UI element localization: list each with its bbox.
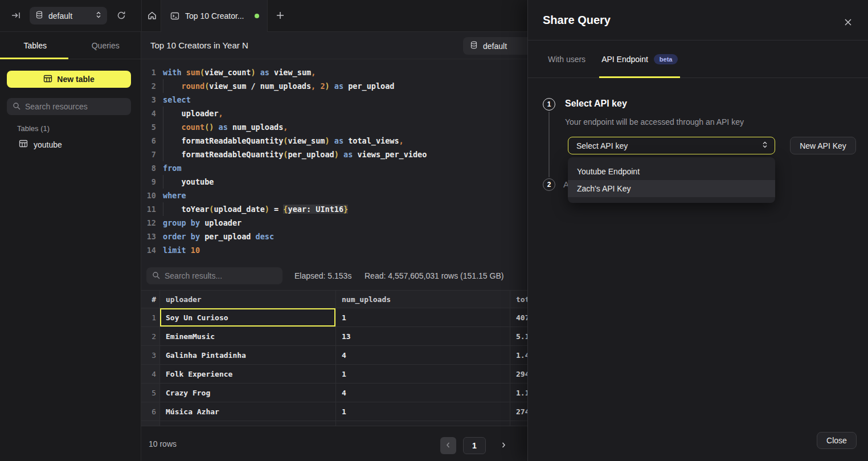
sidebar: Tables Queries New table Tables (1) yout… (0, 32, 141, 461)
search-results-input[interactable] (165, 271, 277, 280)
database-selector[interactable]: default (30, 7, 107, 25)
database-icon (35, 11, 43, 21)
new-table-label: New table (57, 75, 94, 84)
num-uploads-cell[interactable]: 1 (336, 365, 510, 383)
rows-read-stat: Read: 4,557,605,031 rows (151.15 GB) (365, 267, 503, 284)
close-icon (844, 18, 852, 28)
row-index-cell[interactable] (141, 421, 160, 426)
uploader-cell[interactable]: Folk Experience (160, 365, 336, 383)
close-button[interactable]: Close (817, 432, 857, 449)
topbar-separator (141, 0, 142, 32)
collapse-sidebar-button[interactable] (9, 9, 23, 23)
num-uploads-cell[interactable]: 1 (336, 308, 510, 327)
new-api-key-button[interactable]: New API Key (790, 137, 856, 154)
chevron-updown-icon (96, 11, 101, 21)
uploader-cell[interactable]: Crazy Frog (160, 384, 336, 402)
new-tab-button[interactable] (273, 9, 288, 23)
api-key-option[interactable]: Zach's API Key (568, 180, 775, 197)
new-table-button[interactable]: New table (7, 71, 131, 88)
sidebar-table-youtube[interactable]: youtube (19, 139, 62, 150)
search-resources-input[interactable] (25, 102, 125, 111)
api-key-option[interactable]: Youtube Endpoint (568, 163, 775, 180)
api-key-select-value: Select API key (576, 141, 762, 150)
api-endpoint-label: API Endpoint (601, 55, 648, 64)
search-icon (13, 102, 21, 112)
terminal-icon (170, 11, 179, 21)
editor-database-label: default (483, 42, 507, 51)
select-api-key-subtitle: Your endpoint will be accessed through a… (565, 117, 744, 127)
panel-title: Share Query (543, 14, 611, 27)
refresh-button[interactable] (114, 9, 129, 23)
uploader-cell[interactable] (160, 421, 336, 426)
row-count: 10 rows (149, 426, 177, 461)
uploader-cell[interactable]: Soy Un Curioso (160, 308, 336, 327)
num-uploads-cell[interactable]: 4 (336, 384, 510, 402)
chevron-right-icon (501, 442, 506, 450)
num-uploads-cell[interactable]: 13 (336, 327, 510, 345)
num-uploads-cell[interactable]: 4 (336, 346, 510, 364)
table-icon (19, 139, 28, 150)
api-key-menu: Youtube EndpointZach's API Key (568, 157, 775, 203)
tab-api-endpoint[interactable]: API Endpoint beta (601, 40, 678, 77)
row-index-cell[interactable]: 1 (141, 308, 160, 327)
database-icon (470, 41, 478, 51)
previous-page-button[interactable] (440, 437, 456, 454)
query-title: Top 10 Creators in Year N (150, 32, 248, 59)
column-header-uploader[interactable]: uploader (160, 291, 336, 308)
query-tab-label: Top 10 Creator... (185, 11, 244, 21)
step-1-indicator: 1 (543, 98, 555, 111)
row-index-cell[interactable]: 6 (141, 402, 160, 421)
uploader-cell[interactable]: EminemMusic (160, 327, 336, 345)
beta-badge: beta (654, 54, 678, 64)
num-uploads-cell[interactable]: 1 (336, 402, 510, 421)
tab-with-users[interactable]: With users (548, 40, 586, 77)
unsaved-indicator-dot (255, 14, 259, 18)
api-key-select[interactable]: Select API key (568, 137, 775, 154)
app: default Top 10 Creator... Tables Queries… (0, 0, 868, 461)
column-header-index[interactable]: # (141, 291, 160, 308)
chevron-left-icon (445, 442, 451, 450)
query-tab[interactable]: Top 10 Creator... (161, 0, 268, 32)
num-uploads-cell[interactable] (336, 421, 510, 426)
column-header-num-uploads[interactable]: num_uploads (336, 291, 510, 308)
search-icon (152, 271, 160, 281)
elapsed-time: Elapsed: 5.153s (294, 267, 351, 284)
next-page-button[interactable] (496, 437, 511, 454)
share-tabs: With users API Endpoint beta (528, 40, 868, 78)
row-index-cell[interactable]: 4 (141, 365, 160, 383)
tables-section-label: Tables (1) (17, 124, 50, 133)
row-index-cell[interactable]: 5 (141, 384, 160, 402)
tab-tables[interactable]: Tables (0, 32, 71, 59)
database-selector-label: default (48, 11, 91, 21)
table-icon (43, 74, 52, 85)
chevron-updown-icon (762, 141, 768, 150)
step-2-indicator: 2 (543, 178, 555, 191)
row-index-cell[interactable]: 3 (141, 346, 160, 364)
plus-icon (276, 11, 285, 22)
select-api-key-heading: Select API key (565, 99, 627, 109)
share-query-panel: Share Query With users API Endpoint beta… (527, 0, 868, 461)
home-button[interactable] (145, 9, 159, 23)
collapse-sidebar-icon (11, 10, 21, 22)
tab-queries[interactable]: Queries (71, 32, 141, 59)
close-panel-button[interactable] (841, 16, 855, 30)
refresh-icon (116, 10, 126, 22)
sidebar-tabs: Tables Queries (0, 32, 141, 59)
table-item-label: youtube (34, 140, 62, 149)
results-search (146, 267, 282, 284)
page-number-button[interactable]: 1 (463, 437, 486, 454)
home-icon (147, 10, 157, 22)
sidebar-search (7, 98, 131, 115)
uploader-cell[interactable]: Galinha Pintadinha (160, 346, 336, 364)
row-index-cell[interactable]: 2 (141, 327, 160, 345)
uploader-cell[interactable]: Música Azhar (160, 402, 336, 421)
step-connector-line (548, 112, 550, 177)
